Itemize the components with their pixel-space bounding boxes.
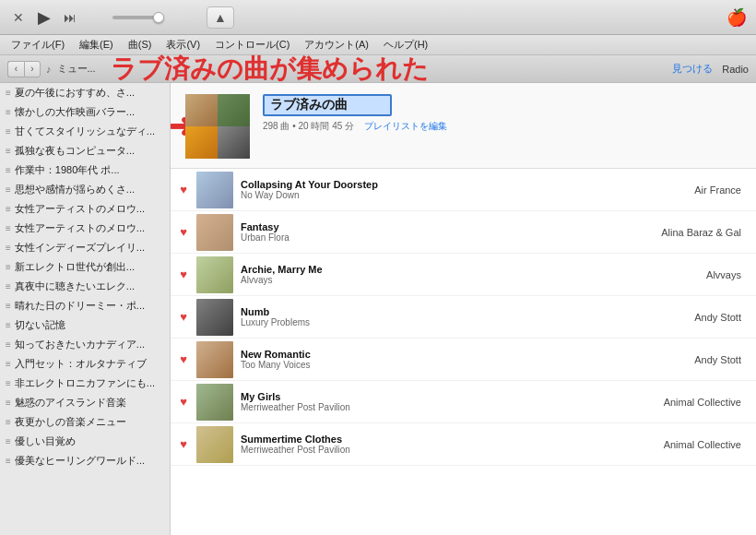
playlist-title-input[interactable] — [263, 94, 392, 116]
song-artist-4: Andy Stott — [620, 354, 749, 365]
song-row-4[interactable]: ♥ New Romantic Too Many Voices Andy Stot… — [171, 339, 756, 381]
sidebar-item-12[interactable]: ≡ 切ない記憶 — [0, 315, 170, 335]
sidebar-item-label: 新エレクトロ世代が創出... — [15, 260, 162, 274]
sidebar-item-label: 真夜中に聴きたいエレク... — [15, 279, 162, 293]
song-heart-5[interactable]: ♥ — [171, 395, 196, 409]
sidebar-list-icon: ≡ — [6, 320, 11, 330]
song-thumbnail-4 — [196, 341, 233, 378]
song-artist-2: Alvvays — [620, 269, 749, 280]
forward-button[interactable]: › — [24, 61, 41, 77]
song-heart-0[interactable]: ♥ — [171, 183, 196, 196]
sidebar-item-19[interactable]: ≡ 優美なヒーリングワールド... — [0, 451, 170, 470]
sidebar-list-icon: ≡ — [6, 243, 11, 253]
sidebar-item-label: 優美なヒーリングワールド... — [15, 454, 162, 468]
playlist-meta: 298 曲 • 20 時間 45 分 プレイリストを編集 — [263, 120, 741, 133]
nav-arrows: ‹ › — [7, 61, 41, 77]
menu-song[interactable]: 曲(S) — [123, 36, 158, 54]
cover-cell-4 — [218, 126, 250, 159]
song-row-3[interactable]: ♥ Numb Luxury Problems Andy Stott — [171, 296, 756, 339]
sidebar-list-icon: ≡ — [6, 146, 11, 156]
sidebar-list-icon: ≡ — [6, 301, 11, 311]
menu-view[interactable]: 表示(V) — [160, 36, 206, 54]
sidebar-item-0[interactable]: ≡ 夏の午後におすすめ、さ... — [0, 83, 170, 102]
sidebar-item-16[interactable]: ≡ 魅惑のアイスランド音楽 — [0, 393, 170, 412]
sidebar-item-15[interactable]: ≡ 非エレクトロニカファンにも... — [0, 374, 170, 393]
skip-icon[interactable]: ⏭ — [61, 8, 79, 27]
song-artist-0: Air France — [620, 184, 749, 196]
content-area: ➜ 298 曲 • 20 時間 45 分 プレイリストを編集 — [171, 83, 756, 535]
sidebar-list-icon: ≡ — [6, 204, 11, 214]
title-bar: ✕ ▶ ⏭ ▲ 🍎 — [0, 0, 756, 35]
song-thumbnail-5 — [196, 384, 233, 421]
song-title-4: New Romantic — [241, 349, 620, 360]
song-heart-1[interactable]: ♥ — [171, 225, 196, 239]
sidebar-item-13[interactable]: ≡ 知っておきたいカナディア... — [0, 335, 170, 354]
sidebar-item-9[interactable]: ≡ 新エレクトロ世代が創出... — [0, 257, 170, 277]
sidebar-item-1[interactable]: ≡ 懐かしの大作映画バラー... — [0, 102, 170, 122]
song-thumbnail-3 — [196, 299, 233, 336]
song-info-5: My Girls Merriweather Post Pavilion — [241, 391, 620, 412]
sidebar-item-label: 孤独な夜もコンピュータ... — [15, 144, 162, 158]
song-info-3: Numb Luxury Problems — [241, 306, 620, 327]
sidebar-item-label: 優しい目覚め — [15, 434, 162, 448]
song-heart-2[interactable]: ♥ — [171, 268, 196, 281]
sidebar-item-8[interactable]: ≡ 女性インディーズプレイリ... — [0, 238, 170, 257]
sidebar-list-icon: ≡ — [6, 359, 11, 369]
sidebar-item-14[interactable]: ≡ 入門セット：オルタナティブ — [0, 354, 170, 374]
apple-logo: 🍎 — [726, 7, 747, 28]
menu-edit[interactable]: 編集(E) — [74, 36, 119, 54]
playlist-edit-link[interactable]: プレイリストを編集 — [364, 121, 447, 131]
volume-slider[interactable] — [112, 16, 186, 19]
sidebar-item-label: 晴れた日のドリーミー・ポ... — [15, 299, 162, 313]
song-album-6: Merriweather Post Pavilion — [241, 445, 620, 455]
cover-cell-3 — [185, 126, 218, 159]
cover-cell-1 — [185, 94, 218, 126]
song-title-2: Archie, Marry Me — [241, 264, 620, 275]
airplay-button[interactable]: ▲ — [207, 6, 234, 29]
play-button[interactable]: ▶ — [35, 8, 53, 27]
sidebar-item-7[interactable]: ≡ 女性アーティストのメロウ... — [0, 219, 170, 238]
menu-control[interactable]: コントロール(C) — [209, 36, 295, 54]
sidebar-item-10[interactable]: ≡ 真夜中に聴きたいエレク... — [0, 277, 170, 296]
menu-help[interactable]: ヘルプ(H) — [378, 36, 433, 54]
menu-account[interactable]: アカウント(A) — [299, 36, 374, 54]
song-thumbnail-6 — [196, 426, 233, 463]
sidebar-item-4[interactable]: ≡ 作業中：1980年代 ポ... — [0, 160, 170, 180]
back-button[interactable]: ‹ — [7, 61, 24, 77]
sidebar-item-5[interactable]: ≡ 思想や感情が揺らめくさ... — [0, 180, 170, 199]
sidebar-item-18[interactable]: ≡ 優しい目覚め — [0, 432, 170, 451]
menu-bar: ファイル(F) 編集(E) 曲(S) 表示(V) コントロール(C) アカウント… — [0, 35, 756, 55]
sidebar-list-icon: ≡ — [6, 417, 11, 427]
song-heart-4[interactable]: ♥ — [171, 352, 196, 366]
song-artist-1: Alina Baraz & Gal — [620, 227, 749, 238]
song-album-2: Alvvays — [241, 275, 620, 285]
sidebar-list-icon: ≡ — [6, 281, 11, 291]
song-info-1: Fantasy Urban Flora — [241, 221, 620, 243]
sidebar-item-label: 夏の午後におすすめ、さ... — [15, 86, 162, 100]
song-row-5[interactable]: ♥ My Girls Merriweather Post Pavilion An… — [171, 381, 756, 423]
radio-link[interactable]: Radio — [722, 64, 749, 75]
find-link[interactable]: 見つける — [672, 62, 713, 76]
song-artist-6: Animal Collective — [620, 439, 749, 450]
sidebar-list-icon: ≡ — [6, 456, 11, 466]
nav-right: 見つける Radio — [672, 62, 749, 76]
song-heart-3[interactable]: ♥ — [171, 310, 196, 324]
song-row-1[interactable]: ♥ Fantasy Urban Flora Alina Baraz & Gal — [171, 211, 756, 254]
song-title-5: My Girls — [241, 391, 620, 402]
sidebar-item-3[interactable]: ≡ 孤独な夜もコンピュータ... — [0, 141, 170, 160]
song-row-2[interactable]: ♥ Archie, Marry Me Alvvays Alvvays — [171, 254, 756, 296]
song-artist-3: Andy Stott — [620, 312, 749, 323]
shuffle-icon[interactable]: ✕ — [9, 8, 28, 27]
sidebar-list-icon: ≡ — [6, 107, 11, 117]
sidebar-item-label: 非エレクトロニカファンにも... — [15, 376, 162, 390]
sidebar-item-17[interactable]: ≡ 夜更かしの音楽メニュー — [0, 412, 170, 432]
menu-file[interactable]: ファイル(F) — [6, 36, 70, 54]
sidebar-item-6[interactable]: ≡ 女性アーティストのメロウ... — [0, 199, 170, 219]
song-row-0[interactable]: ♥ Collapsing At Your Doorstep No Way Dow… — [171, 169, 756, 211]
sidebar-item-11[interactable]: ≡ 晴れた日のドリーミー・ポ... — [0, 296, 170, 315]
breadcrumb: ミュー... — [57, 62, 96, 76]
song-heart-6[interactable]: ♥ — [171, 437, 196, 451]
song-list: ♥ Collapsing At Your Doorstep No Way Dow… — [171, 169, 756, 535]
song-row-6[interactable]: ♥ Summertime Clothes Merriweather Post P… — [171, 423, 756, 466]
sidebar-item-2[interactable]: ≡ 甘くてスタイリッシュなディ... — [0, 122, 170, 141]
